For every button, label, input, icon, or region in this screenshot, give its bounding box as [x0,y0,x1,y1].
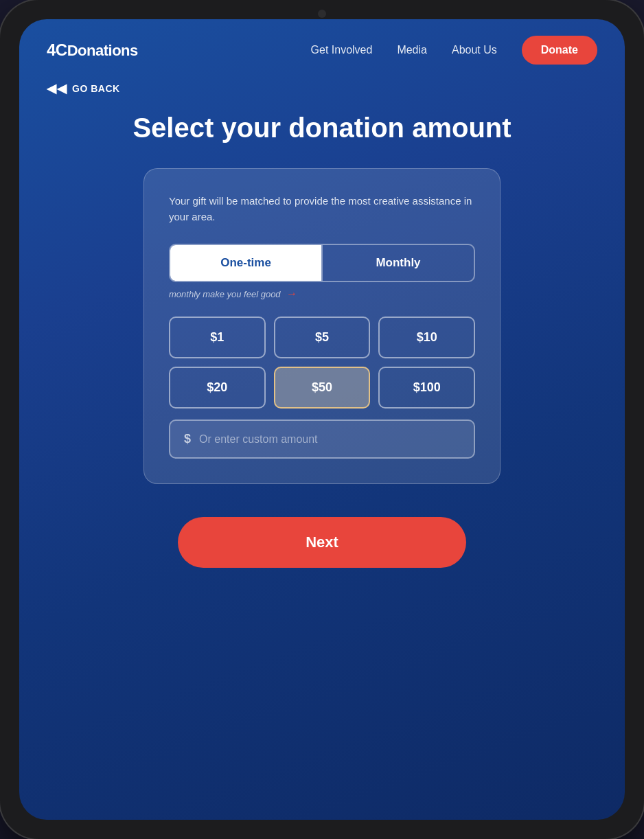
tablet-screen: 4CDonations Get Involved Media About Us … [19,19,625,820]
monthly-hint: monthly make you feel good → [169,288,475,300]
nav-about-us[interactable]: About Us [452,44,497,56]
tablet-frame: 4CDonations Get Involved Media About Us … [0,0,644,839]
amount-button-50[interactable]: $50 [274,367,371,409]
donation-card: Your gift will be matched to provide the… [143,168,501,484]
one-time-toggle[interactable]: One-time [170,245,321,281]
nav-links: Get Involved Media About Us Donate [311,36,597,65]
donate-nav-button[interactable]: Donate [522,36,597,65]
amount-button-100[interactable]: $100 [378,367,475,409]
main-content: Select your donation amount Your gift wi… [19,113,625,820]
amount-button-20[interactable]: $20 [169,367,266,409]
page-title: Select your donation amount [133,113,511,143]
frequency-toggle: One-time Monthly [169,244,475,282]
card-subtitle: Your gift will be matched to provide the… [169,194,475,225]
logo-text: Donations [67,42,138,59]
nav-media[interactable]: Media [397,44,427,56]
amount-button-10[interactable]: $10 [378,317,475,358]
amount-grid: $1 $5 $10 $20 $50 $100 [169,317,475,409]
logo: 4CDonations [47,41,138,60]
logo-4c: 4C [47,41,67,59]
monthly-hint-text: monthly make you feel good [169,289,281,299]
nav-get-involved[interactable]: Get Involved [311,44,373,56]
navbar: 4CDonations Get Involved Media About Us … [19,19,625,81]
custom-amount-wrapper: $ [169,420,475,459]
monthly-toggle[interactable]: Monthly [321,245,474,281]
go-back-label: GO BACK [72,83,120,94]
monthly-hint-arrow-icon: → [286,288,297,300]
go-back-button[interactable]: ◀◀ GO BACK [19,81,625,113]
camera-dot [318,10,326,18]
dollar-icon: $ [184,432,191,446]
go-back-icon: ◀◀ [47,81,67,96]
amount-button-1[interactable]: $1 [169,317,266,358]
amount-button-5[interactable]: $5 [274,317,371,358]
custom-amount-input[interactable] [199,433,460,446]
next-button[interactable]: Next [178,517,466,568]
